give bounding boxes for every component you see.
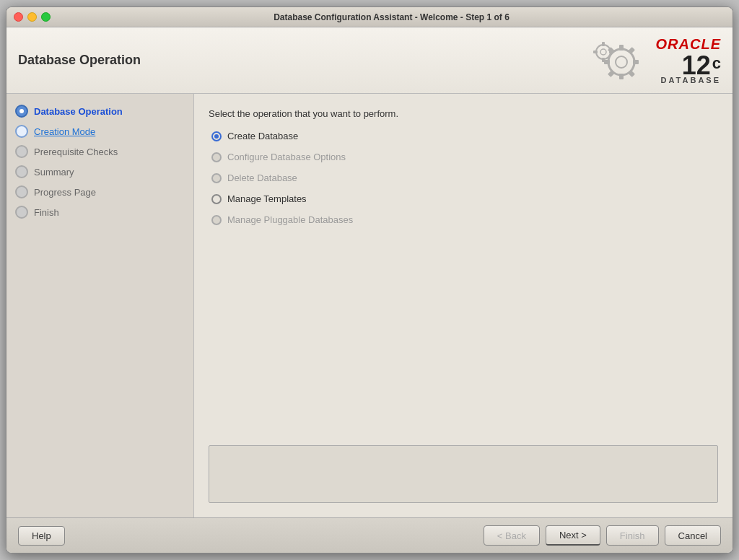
svg-point-11: [600, 49, 606, 55]
back-button[interactable]: < Back: [484, 525, 540, 546]
minimize-button[interactable]: [27, 12, 37, 22]
navigation-buttons: < Back Next > Finish Cancel: [484, 525, 721, 546]
radio-configure-database-options: [211, 152, 222, 162]
oracle-logo: ORACLE 12 c DATABASE: [592, 36, 721, 84]
sidebar-item-summary: Summary: [6, 162, 193, 182]
radio-group: Create Database Configure Database Optio…: [211, 131, 718, 225]
oracle-brand: ORACLE 12 c DATABASE: [656, 36, 721, 84]
radio-manage-pluggable-databases: [211, 215, 222, 225]
svg-rect-2: [619, 45, 624, 51]
description-box: [209, 445, 718, 503]
step-indicator-4: [15, 165, 28, 178]
radio-label-manage-templates: Manage Templates: [227, 193, 307, 204]
sidebar-item-prerequisite-checks: Prerequisite Checks: [6, 141, 193, 162]
oracle-database-label: DATABASE: [661, 76, 721, 84]
sidebar-item-progress-page: Progress Page: [6, 182, 193, 202]
radio-create-database[interactable]: [211, 131, 222, 141]
next-button[interactable]: Next >: [546, 525, 600, 546]
window-title: Database Configuration Assistant - Welco…: [58, 12, 725, 22]
svg-rect-5: [604, 60, 610, 64]
main-content: Database Operation Creation Mode Prerequ…: [6, 94, 733, 517]
svg-point-1: [616, 56, 627, 68]
header: Database Operation: [6, 27, 733, 94]
sidebar: Database Operation Creation Mode Prerequ…: [6, 94, 194, 517]
svg-rect-4: [633, 60, 639, 64]
oracle-version-sup: c: [712, 56, 721, 71]
step-indicator-1: [15, 105, 28, 118]
sidebar-item-creation-mode[interactable]: Creation Mode: [6, 121, 193, 141]
svg-rect-3: [619, 74, 624, 79]
help-button[interactable]: Help: [18, 526, 65, 546]
step-indicator-6: [15, 206, 28, 219]
sidebar-label-database-operation: Database Operation: [34, 106, 123, 117]
sidebar-item-finish: Finish: [6, 202, 193, 222]
finish-button[interactable]: Finish: [606, 525, 659, 546]
radio-label-delete-database: Delete Database: [227, 172, 297, 183]
step-indicator-5: [15, 185, 28, 198]
instruction-text: Select the operation that you want to pe…: [209, 108, 718, 119]
radio-item-manage-templates[interactable]: Manage Templates: [211, 193, 718, 204]
step-indicator-2: [15, 125, 28, 138]
radio-item-delete-database: Delete Database: [211, 172, 718, 183]
svg-rect-15: [593, 51, 598, 53]
radio-item-manage-pluggable-databases: Manage Pluggable Databases: [211, 214, 718, 225]
oracle-version: 12: [682, 53, 711, 79]
radio-manage-templates[interactable]: [211, 194, 222, 204]
radio-label-manage-pluggable-databases: Manage Pluggable Databases: [227, 214, 353, 225]
svg-rect-6: [628, 47, 635, 54]
radio-label-configure-database-options: Configure Database Options: [227, 152, 346, 162]
bottom-bar: Help < Back Next > Finish Cancel: [6, 517, 733, 553]
step-indicator-3: [15, 145, 28, 158]
cancel-button[interactable]: Cancel: [665, 525, 721, 546]
gears-decoration: [592, 39, 650, 82]
title-bar: Database Configuration Assistant - Welco…: [6, 7, 733, 27]
sidebar-label-progress-page: Progress Page: [34, 187, 96, 198]
page-title: Database Operation: [18, 53, 141, 68]
sidebar-label-prerequisite-checks: Prerequisite Checks: [34, 146, 118, 157]
gears-svg: [592, 39, 650, 82]
svg-point-10: [596, 45, 611, 59]
radio-item-create-database[interactable]: Create Database: [211, 131, 718, 141]
svg-rect-9: [608, 70, 615, 77]
sidebar-item-database-operation[interactable]: Database Operation: [6, 101, 193, 121]
radio-label-create-database: Create Database: [227, 131, 298, 141]
sidebar-label-finish: Finish: [34, 207, 59, 218]
traffic-lights: [14, 12, 51, 22]
svg-rect-13: [602, 58, 605, 62]
svg-rect-12: [602, 42, 605, 46]
maximize-button[interactable]: [41, 12, 51, 22]
sidebar-label-creation-mode: Creation Mode: [34, 126, 95, 137]
main-window: Database Configuration Assistant - Welco…: [6, 6, 733, 554]
close-button[interactable]: [14, 12, 23, 22]
sidebar-label-summary: Summary: [34, 167, 74, 178]
radio-delete-database: [211, 173, 222, 183]
svg-rect-14: [609, 51, 613, 53]
radio-item-configure-database-options: Configure Database Options: [211, 152, 718, 162]
svg-rect-8: [628, 70, 635, 77]
content-area: Select the operation that you want to pe…: [194, 94, 733, 517]
